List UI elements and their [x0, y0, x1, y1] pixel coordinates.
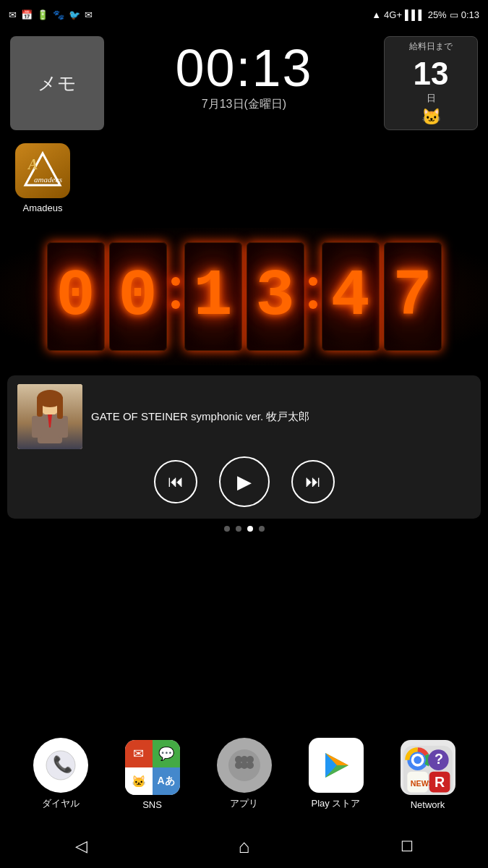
mail-icon: ✉: [9, 9, 17, 20]
svg-text:A: A: [27, 156, 38, 172]
page-dot-2: [247, 526, 253, 532]
twitter-icon: 🐦: [69, 9, 80, 20]
status-time: 0:13: [461, 9, 479, 20]
home-icon: ⌂: [239, 835, 250, 858]
salary-unit: 日: [427, 92, 436, 105]
dock: 📞 ダイヤル ✉ 💬 🐱 Aあ SNS: [0, 731, 488, 817]
sns-icon[interactable]: ✉ 💬 🐱 Aあ: [125, 740, 180, 795]
recent-icon: ☐: [401, 838, 414, 855]
network-svg: ? NEWS R: [403, 743, 453, 795]
sns-cell-neko: 🐱: [125, 767, 153, 795]
playstore-icon[interactable]: [309, 738, 364, 793]
battery-percent: 25%: [428, 9, 447, 20]
dialer-label: ダイヤル: [42, 797, 80, 810]
music-controls[interactable]: ⏮ ▶ ⏭: [17, 456, 471, 510]
salary-widget: 給料日まで 13 日 🐱: [384, 36, 478, 130]
music-info-row: GATE OF STEINER symphonic ver. 牧戸太郎: [17, 384, 471, 449]
dock-sns[interactable]: ✉ 💬 🐱 Aあ SNS: [125, 740, 180, 810]
status-left-icons: ✉ 📅 🔋 🐾 🐦 ✉: [9, 9, 93, 20]
nixie-digit-0: 0: [47, 242, 105, 351]
apps-icon[interactable]: [217, 738, 272, 793]
dock-playstore[interactable]: Play ストア: [309, 738, 364, 810]
app-amadeus[interactable]: amadeus A Amadeus: [10, 143, 75, 213]
music-title: GATE OF STEINER symphonic ver. 牧戸太郎: [91, 410, 309, 424]
prev-icon: ⏮: [168, 472, 184, 491]
widget-row: メモ 00:13 7月13日(金曜日) 給料日まで 13 日 🐱: [0, 29, 488, 130]
nixie-digit-4: 4: [322, 242, 380, 351]
page-dot-0: [224, 526, 230, 532]
app-row: amadeus A Amadeus: [0, 130, 488, 213]
album-art: [17, 384, 82, 449]
album-art-svg: [17, 384, 82, 449]
salary-label: 給料日まで: [409, 41, 453, 53]
status-bar: ✉ 📅 🔋 🐾 🐦 ✉ ▲ 4G+ ▌▌▌ 25% ▭ 0:13: [0, 0, 488, 29]
battery-bar: ▭: [450, 9, 458, 20]
nixie-digit-2: 1: [184, 242, 242, 351]
nixie-digit-1: 0: [109, 242, 167, 351]
cat-icon: 🐾: [53, 9, 64, 20]
apps-label: アプリ: [230, 797, 258, 810]
salary-days: 13: [414, 56, 449, 92]
amadeus-label: Amadeus: [23, 203, 63, 213]
next-icon: ⏭: [305, 472, 321, 491]
clock-section: 00:13 7月13日(金曜日): [175, 36, 312, 112]
back-icon: ◁: [75, 837, 87, 856]
svg-point-21: [247, 762, 254, 769]
network-label: Network: [411, 799, 445, 810]
play-button[interactable]: ▶: [219, 456, 270, 507]
nixie-separator-1: [171, 277, 180, 316]
svg-rect-10: [37, 399, 43, 417]
recent-button[interactable]: ☐: [385, 832, 429, 861]
svg-text:📞: 📞: [53, 754, 73, 774]
signal-type: 4G+: [384, 9, 402, 20]
next-button[interactable]: ⏭: [291, 460, 335, 503]
music-title-container: GATE OF STEINER symphonic ver. 牧戸太郎: [91, 410, 309, 424]
salary-icon: 🐱: [421, 108, 441, 127]
nixie-separator-2: [309, 277, 317, 316]
back-button[interactable]: ◁: [60, 832, 103, 861]
memo-label: メモ: [38, 71, 77, 96]
battery-icon: 🔋: [37, 9, 48, 20]
nixie-clock-widget[interactable]: 0 0 1 3 4 7: [0, 228, 488, 365]
nixie-digit-5: 7: [384, 242, 442, 351]
status-right-icons: ▲ 4G+ ▌▌▌ 25% ▭ 0:13: [372, 9, 479, 20]
svg-rect-7: [32, 416, 42, 438]
svg-point-30: [414, 756, 421, 764]
home-button[interactable]: ⌂: [223, 832, 266, 861]
page-dot-1: [236, 526, 241, 532]
sns-cell-mail: ✉: [125, 740, 153, 767]
svg-rect-11: [57, 399, 63, 419]
sns-label: SNS: [142, 799, 162, 810]
page-dot-3: [259, 526, 265, 532]
playstore-svg: [318, 747, 354, 783]
dialer-svg: 📞: [45, 749, 77, 781]
nav-bar: ◁ ⌂ ☐: [0, 825, 488, 868]
clock-time: 00:13: [175, 42, 312, 94]
nixie-digit-3: 3: [247, 242, 304, 351]
sns-cell-aa: Aあ: [153, 767, 180, 795]
calendar-icon: 📅: [21, 9, 33, 20]
amadeus-logo: amadeus A: [22, 150, 63, 191]
sns-cell-chat: 💬: [153, 740, 180, 767]
network-icon[interactable]: ? NEWS R: [401, 740, 455, 795]
svg-text:?: ?: [434, 751, 442, 767]
signal-icon: ▲: [372, 9, 381, 20]
message-icon: ✉: [85, 9, 93, 20]
svg-text:R: R: [434, 774, 444, 790]
dock-apps[interactable]: アプリ: [217, 738, 272, 810]
svg-text:amadeus: amadeus: [34, 175, 62, 184]
clock-date: 7月13日(金曜日): [175, 97, 312, 112]
dock-network[interactable]: ? NEWS R Network: [401, 740, 455, 810]
amadeus-icon[interactable]: amadeus A: [15, 143, 70, 198]
memo-widget[interactable]: メモ: [10, 36, 104, 130]
dialer-icon[interactable]: 📞: [33, 738, 88, 793]
playstore-label: Play ストア: [312, 797, 361, 810]
signal-bars: ▌▌▌: [405, 9, 425, 20]
album-art-image: [17, 384, 82, 449]
apps-svg: [228, 749, 260, 781]
prev-button[interactable]: ⏮: [154, 460, 197, 503]
svg-rect-8: [58, 416, 68, 438]
dock-dialer[interactable]: 📞 ダイヤル: [33, 738, 88, 810]
music-player: GATE OF STEINER symphonic ver. 牧戸太郎 ⏮ ▶ …: [7, 375, 481, 519]
page-dots: [0, 526, 488, 532]
